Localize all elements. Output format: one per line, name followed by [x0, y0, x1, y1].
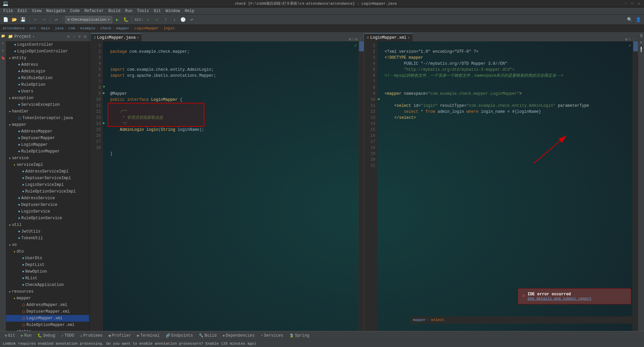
tab-java-close[interactable]: ✕ — [137, 36, 139, 40]
menu-refactor[interactable]: Refactor — [83, 8, 106, 14]
bottom-tab-debug[interactable]: 🐛 Debug — [35, 332, 58, 339]
tree-jwtutils[interactable]: ●JwtUtils — [6, 228, 89, 235]
tab-sort-icon[interactable]: ↕ — [352, 37, 354, 41]
breadcrumb-check[interactable]: check — [100, 26, 111, 30]
tab-settings-icon[interactable]: ⚙ — [349, 37, 351, 41]
git-push[interactable]: ↑ — [162, 16, 169, 23]
project-dropdown-icon[interactable]: ▾ — [32, 35, 34, 39]
tree-users[interactable]: ●Users — [6, 88, 89, 95]
bottom-tab-problems[interactable]: ⚠ Problems — [77, 332, 105, 339]
minimize-btn[interactable]: − — [623, 1, 628, 6]
run-config-dropdown[interactable]: ⚙ CheckApplication ▾ — [65, 16, 112, 23]
tree-checkapplication[interactable]: ●CheckApplication — [6, 282, 89, 288]
menu-edit[interactable]: Edit — [16, 8, 29, 14]
git-pull[interactable]: ↓ — [171, 16, 178, 23]
tree-ruleoption-entity[interactable]: ●RuleOption — [6, 81, 89, 88]
tree-serviceexception[interactable]: ●ServiceException — [6, 101, 89, 108]
error-notification[interactable]: ⚠ IDE error occurred See details and sub… — [518, 288, 631, 304]
error-link[interactable]: See details and submit report — [527, 297, 591, 301]
tree-folder-service[interactable]: ▾service — [6, 155, 89, 161]
git-history[interactable]: 🕒 — [179, 16, 187, 23]
breadcrumb-java[interactable]: java — [55, 26, 63, 30]
tree-nlist[interactable]: ●NList — [6, 275, 89, 282]
tree-deptuserserviceimpl[interactable]: ●DeptuserServiceImpl — [6, 175, 89, 182]
menu-git[interactable]: Git — [152, 8, 163, 14]
search-everywhere-btn[interactable]: 🔍 — [626, 16, 633, 23]
tab-xml-more-icon[interactable]: ⋮ — [632, 37, 635, 41]
breadcrumb-loginmapper[interactable]: LoginMapper — [134, 26, 159, 30]
java-code-area[interactable]: package com.example.check.mapper; import… — [108, 41, 364, 331]
bottom-tab-terminal[interactable]: ▶ Terminal — [134, 332, 162, 339]
back-btn[interactable]: ← — [32, 16, 39, 23]
tree-loginmapper-xml[interactable]: ⬡LoginMapper.xml — [6, 315, 89, 322]
menu-tools[interactable]: Tools — [135, 8, 151, 14]
database-icon[interactable]: 🗄 — [639, 33, 644, 39]
tree-relruleoption[interactable]: ●RelRuleOption — [6, 75, 89, 81]
tree-loginoptioncontroller[interactable]: ●LoginOptionController — [6, 48, 89, 55]
open-btn[interactable]: 📂 — [11, 16, 18, 23]
tree-deptlist[interactable]: ●DeptList — [6, 262, 89, 268]
maven-icon[interactable]: M — [639, 40, 644, 45]
bottom-tab-spring[interactable]: 🍃 Spring — [287, 332, 312, 339]
bottom-tab-profiler[interactable]: ◉ Profiler — [106, 332, 134, 339]
bottom-tab-todo[interactable]: ✓ TODO — [58, 332, 76, 339]
tree-loginserviceimpl[interactable]: ●LoginServiceImpl — [6, 182, 89, 188]
xml-code-area[interactable]: <?xml version="1.0" encoding="UTF-8" ?> … — [382, 41, 638, 331]
run-btn[interactable]: ▶ — [114, 16, 121, 23]
menu-window[interactable]: Window — [164, 8, 182, 14]
menu-code[interactable]: Code — [68, 8, 82, 14]
breadcrumb-attendance[interactable]: attendance — [3, 26, 25, 30]
commit-icon[interactable]: ⬆ — [0, 41, 6, 46]
new-file-btn[interactable]: 📄 — [2, 16, 9, 23]
tree-loginservice[interactable]: ●LoginService — [6, 208, 89, 215]
tree-addressserviceimpl[interactable]: ●AddressServiceImpl — [6, 168, 89, 175]
tree-folder-dto[interactable]: ▾dto — [6, 248, 89, 255]
project-collapse-icon[interactable]: ≡ — [77, 34, 82, 39]
tree-deptusermapper[interactable]: ●DeptuserMapper — [6, 135, 89, 141]
tree-addressmapper[interactable]: ●AddressMapper — [6, 128, 89, 135]
path-select[interactable]: select — [431, 318, 444, 322]
menu-help[interactable]: Help — [183, 8, 196, 14]
structure-icon[interactable]: ≡ — [0, 48, 6, 53]
tree-loginmapper-java[interactable]: ●LoginMapper — [6, 141, 89, 148]
tree-tokeninterceptor[interactable]: ⬡TokenInterceptor.java — [6, 115, 89, 121]
tree-folder-handler[interactable]: ▾handler — [6, 108, 89, 115]
tree-folder-vo[interactable]: ▾vo — [6, 242, 89, 248]
tree-userdto[interactable]: ●UserDto — [6, 255, 89, 262]
project-gear-icon[interactable]: ⚙ — [83, 34, 87, 39]
tree-logincontroller[interactable]: ●LoginController — [6, 41, 89, 48]
git-check1[interactable]: ✓ — [145, 16, 152, 23]
tree-newoption[interactable]: ●NewOption — [6, 268, 89, 275]
menu-file[interactable]: File — [1, 8, 15, 14]
git-undo[interactable]: ↩ — [188, 16, 195, 23]
project-icon[interactable]: 📁 — [0, 33, 6, 39]
tree-ruleoptionmapper-xml[interactable]: ⬡RuleOptionMapper.xml — [6, 322, 89, 328]
path-mapper[interactable]: mapper — [413, 318, 426, 322]
tab-loginmapper-java[interactable]: J LoginMapper.java ✕ — [91, 33, 142, 41]
menu-navigate[interactable]: Navigate — [44, 8, 67, 14]
breadcrumb-mapper[interactable]: mapper — [116, 26, 130, 30]
bottom-tab-run[interactable]: ▶ Run — [18, 332, 34, 339]
tab-more-icon[interactable]: ⋮ — [358, 37, 362, 41]
tab-xml-settings-icon[interactable]: ⚙ — [625, 37, 628, 41]
window-controls[interactable]: − □ ✕ — [623, 1, 641, 6]
tab-split-icon[interactable]: ⊟ — [355, 37, 357, 41]
tree-folder-mapper[interactable]: ▾mapper — [6, 121, 89, 128]
menu-view[interactable]: View — [30, 8, 44, 14]
tree-folder-serviceimpl[interactable]: ▾serviceImpl — [6, 161, 89, 168]
tree-folder-resources-mapper[interactable]: ▾mapper — [6, 295, 89, 302]
tab-xml-close[interactable]: ✕ — [408, 36, 410, 40]
bottom-tab-build[interactable]: 🔧 Build — [196, 332, 219, 339]
save-btn[interactable]: 💾 — [19, 16, 27, 23]
tree-ruleoptionserviceimpl[interactable]: ●RuleOptionServiceImpl — [6, 188, 89, 195]
tree-deptusermapper-xml[interactable]: ⬡DeptuserMapper.xml — [6, 308, 89, 315]
tab-xml-sort-icon[interactable]: ↕ — [628, 37, 631, 41]
tree-tokenutil[interactable]: ●TokenUtil — [6, 235, 89, 242]
project-sort-icon[interactable]: ↕ — [72, 34, 76, 39]
tab-loginmapper-xml[interactable]: X LoginMapper.xml ✕ — [364, 33, 413, 41]
close-btn[interactable]: ✕ — [637, 1, 641, 6]
bottom-tab-dependencies[interactable]: ◈ Dependencies — [220, 332, 257, 339]
tree-ruleoptionmapper[interactable]: ●RuleOptionMapper — [6, 148, 89, 155]
tree-addressservice[interactable]: ●AddressService — [6, 195, 89, 202]
bottom-tab-git[interactable]: ⚙ Git — [2, 332, 18, 339]
